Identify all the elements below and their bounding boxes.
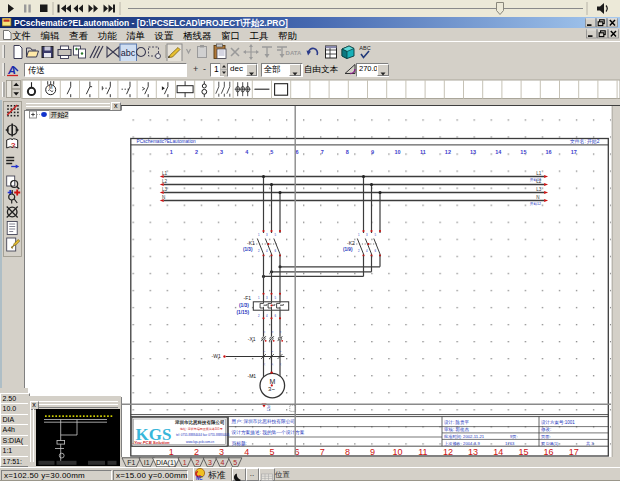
svg-text:修改:: 修改: [541,426,551,432]
svg-text:PE1: PE1 [266,406,270,412]
svg-text:5: 5 [269,447,274,457]
svg-text:-M1: -M1 [248,373,257,379]
svg-text:(1/15): (1/15) [237,310,250,315]
svg-text:11: 11 [418,447,427,457]
svg-text:页面:: 页面: [541,434,551,439]
svg-text:-K1: -K1 [247,240,255,246]
svg-text:DATA: DATA [286,50,302,56]
svg-text:?: ? [11,141,16,150]
svg-text:页标题:: 页标题: [232,440,247,447]
svg-text:2: 2 [195,459,199,466]
svg-text:3: 3 [208,459,212,466]
svg-text:abc: abc [121,48,136,58]
svg-text:-You PCB Solution: -You PCB Solution [133,440,171,445]
svg-text:3: 3 [219,447,224,457]
svg-text:4: 4 [221,459,225,466]
svg-text:15: 15 [518,447,528,457]
svg-text:设计: 陈贵平: 设计: 陈贵平 [444,419,470,426]
svg-text:开始2: 开始2 [51,111,69,119]
svg-text:3~: 3~ [268,386,275,392]
svg-text:PCschematic?ELautomation: PCschematic?ELautomation [137,139,197,144]
svg-text:DIA(1): DIA(1) [156,459,176,467]
svg-text:tel: 0755-88884444 fax: 0755-: tel: 0755-88884444 fax: 0755-88884445 [176,433,230,437]
svg-text:9页:: 9页: [510,434,518,439]
svg-text:A: A [7,64,16,76]
svg-text:L1: L1 [536,171,542,176]
svg-text:(1/3): (1/3) [239,303,249,308]
svg-text:15: 15 [520,149,526,155]
svg-text:4: 4 [244,447,249,457]
svg-text:F1: F1 [127,459,135,466]
svg-text:开始12: 开始12 [530,201,541,206]
svg-text:设计方案号:1001: 设计方案号:1001 [541,419,575,425]
svg-text:2: 2 [194,447,199,457]
svg-text:7: 7 [320,447,325,457]
svg-text:-K2: -K2 [347,240,355,246]
svg-text:12: 12 [443,447,453,457]
svg-text:N: N [536,195,539,200]
svg-text:8: 8 [345,447,350,457]
svg-text:(1/9): (1/9) [343,247,353,252]
svg-text:M: M [269,378,275,385]
svg-text:用户: 深圳市比思科技有限公司: 用户: 深圳市比思科技有限公司 [232,418,296,425]
svg-text:6: 6 [296,149,299,155]
svg-text:L2: L2 [536,179,542,184]
svg-text:上次修改: 2004-3-9: 上次修改: 2004-3-9 [444,441,481,446]
svg-text:1763: 1763 [505,441,515,446]
svg-text:页 DIA(1): 页 DIA(1) [541,441,559,446]
svg-text:www.kgs-pcb.com.cn: www.kgs-pcb.com.cn [186,440,215,444]
svg-text:17: 17 [571,149,577,155]
svg-text:12: 12 [445,149,451,155]
svg-text:1: 1 [183,459,187,466]
svg-text:I1: I1 [144,459,150,466]
svg-text:10: 10 [395,149,401,155]
svg-text:1: 1 [169,447,174,457]
svg-text:-X1: -X1 [248,336,256,342]
svg-text:NC: NC [196,475,203,480]
svg-text:2: 2 [195,149,198,155]
svg-text:共 3: 共 3 [586,441,594,446]
svg-text:8: 8 [346,149,349,155]
svg-text:3: 3 [220,149,223,155]
svg-text:11: 11 [420,149,426,155]
svg-text:设计方案描述: 我的第一个设计方案: 设计方案描述: 我的第一个设计方案 [231,429,305,436]
svg-text:16: 16 [543,447,553,457]
svg-text:9: 9 [370,447,375,457]
svg-text:(1/3): (1/3) [243,247,253,252]
svg-text:M: M [49,85,53,90]
svg-text:9: 9 [371,149,374,155]
svg-text:14: 14 [495,149,502,155]
svg-text:13: 13 [470,149,476,155]
svg-text:5: 5 [233,459,237,466]
svg-text:14: 14 [493,447,503,457]
svg-text:文件名: 开始2: 文件名: 开始2 [570,138,600,145]
svg-text:ABC: ABC [359,45,370,51]
svg-text:10: 10 [393,447,403,457]
svg-text:深圳市比思科技有限公司: 深圳市比思科技有限公司 [174,419,225,426]
svg-text:16: 16 [545,149,551,155]
svg-text:地址: 深圳市福田区振兴路101号: 地址: 深圳市福田区振兴路101号 [179,427,223,431]
svg-text:5: 5 [270,149,273,155]
svg-text:7: 7 [321,149,324,155]
svg-text:13: 13 [468,447,478,457]
svg-text:-W1: -W1 [212,353,221,359]
svg-text:17: 17 [569,447,579,457]
svg-text:-F1: -F1 [244,295,252,301]
svg-text:1: 1 [170,149,173,155]
svg-text:L3: L3 [536,187,542,192]
